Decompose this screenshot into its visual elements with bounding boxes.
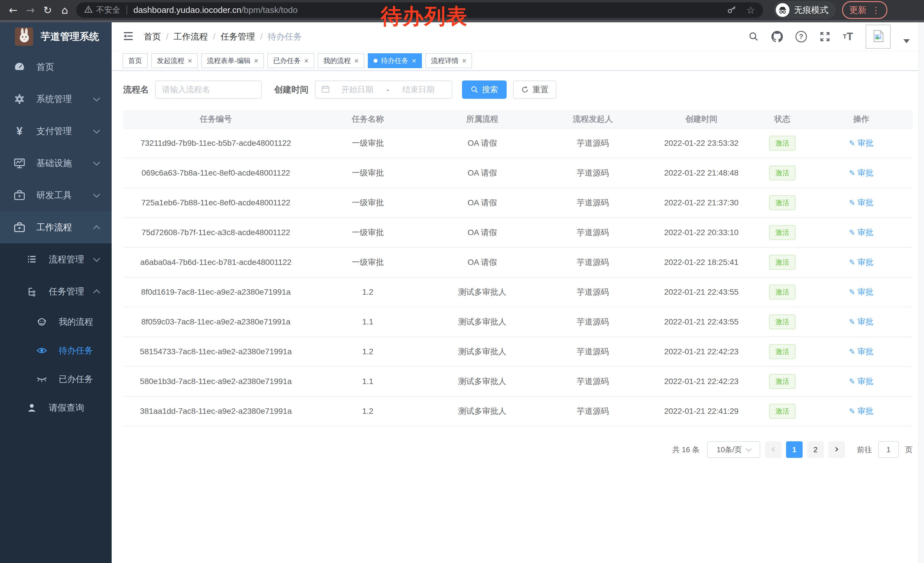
reload-icon[interactable]: ↻ xyxy=(39,4,56,16)
page-content: 流程名 创建时间 开始日期 - 结束日期 搜索 重置 xyxy=(112,71,924,563)
font-size-icon[interactable]: TT xyxy=(843,31,853,43)
approve-link[interactable]: ✎审批 xyxy=(849,317,874,327)
close-icon[interactable]: × xyxy=(254,56,258,65)
bookmark-star-icon[interactable]: ☆ xyxy=(747,4,755,16)
pagination: 共 16 条 10条/页 ‹ 1 2 › 前往 页 xyxy=(123,441,912,458)
approve-link[interactable]: ✎审批 xyxy=(849,138,874,149)
sidebar-item-done-tasks[interactable]: 已办任务 xyxy=(0,365,112,393)
sidebar-item-infra[interactable]: 基础设施 xyxy=(0,147,112,179)
search-button[interactable]: 搜索 xyxy=(462,81,507,99)
start-date-placeholder[interactable]: 开始日期 xyxy=(330,84,385,95)
col-actions: 操作 xyxy=(810,110,912,128)
tree-branch-icon xyxy=(25,286,38,297)
sidebar-item-my-process[interactable]: 我的流程 xyxy=(0,308,112,336)
sidebar-item-devtools[interactable]: 研发工具 xyxy=(0,179,112,211)
status-badge: 激活 xyxy=(769,255,795,270)
approve-link[interactable]: ✎审批 xyxy=(849,376,874,387)
table-row: 8f0d1619-7ac8-11ec-a9e2-a2380e71991a1.2测… xyxy=(123,277,912,307)
goto-label: 前往 xyxy=(857,445,872,455)
next-page-button[interactable]: › xyxy=(828,441,845,458)
goto-page-input[interactable] xyxy=(879,445,898,455)
col-status: 状态 xyxy=(754,110,810,128)
breadcrumb-task-mgmt[interactable]: 任务管理 xyxy=(221,31,255,43)
tab-start-process[interactable]: 发起流程× xyxy=(151,53,198,68)
approve-link[interactable]: ✎审批 xyxy=(849,257,874,268)
home-icon[interactable]: ⌂ xyxy=(56,4,73,16)
fullscreen-icon[interactable] xyxy=(819,31,830,42)
status-badge: 激活 xyxy=(769,285,795,300)
github-icon[interactable] xyxy=(771,31,783,42)
user-face-icon xyxy=(35,317,48,327)
prev-page-button[interactable]: ‹ xyxy=(765,441,782,458)
annotation-todo-list: 待办列表 xyxy=(381,2,468,31)
broken-image-icon xyxy=(872,30,885,44)
close-icon[interactable]: × xyxy=(354,56,358,65)
status-badge: 激活 xyxy=(769,225,795,240)
approve-link[interactable]: ✎审批 xyxy=(849,406,874,417)
tags-view-bar: 首页 发起流程× 流程表单-编辑× 已办任务× 我的流程× 待办任务× 流程详情… xyxy=(112,51,924,71)
browser-menu-dots-icon[interactable]: ⋮ xyxy=(872,5,880,15)
forward-icon[interactable]: → xyxy=(22,4,39,16)
process-name-label: 流程名 xyxy=(123,84,149,96)
breadcrumb-workflow[interactable]: 工作流程 xyxy=(174,31,208,43)
search-icon[interactable] xyxy=(748,32,759,42)
browser-update-button[interactable]: 更新 ⋮ xyxy=(842,1,887,19)
approve-link[interactable]: ✎审批 xyxy=(849,197,874,208)
key-icon[interactable] xyxy=(727,5,737,15)
sidebar-item-workflow[interactable]: 工作流程 xyxy=(0,211,112,243)
close-icon[interactable]: × xyxy=(412,56,416,65)
sidebar-item-payment[interactable]: ¥ 支付管理 xyxy=(0,115,112,147)
process-name-input[interactable] xyxy=(155,81,262,99)
sidebar-item-leave-query[interactable]: 请假查询 xyxy=(0,393,112,422)
chevron-down-icon xyxy=(93,159,100,165)
person-icon xyxy=(25,402,38,413)
page-2-button[interactable]: 2 xyxy=(807,441,824,458)
sidebar-toggle-icon[interactable] xyxy=(123,31,134,42)
close-icon[interactable]: × xyxy=(188,56,192,65)
avatar-caret-icon[interactable] xyxy=(903,39,910,43)
edit-icon: ✎ xyxy=(849,288,855,296)
page-1-button[interactable]: 1 xyxy=(786,441,802,458)
close-icon[interactable]: × xyxy=(304,56,308,65)
approve-link[interactable]: ✎审批 xyxy=(849,287,874,297)
approve-link[interactable]: ✎审批 xyxy=(849,168,874,179)
close-icon[interactable]: × xyxy=(462,56,466,65)
chevron-up-icon xyxy=(93,225,100,232)
table-row: 73211d9d-7b9b-11ec-b5b7-acde48001122一级审批… xyxy=(123,128,912,158)
sidebar-item-system[interactable]: 系统管理 xyxy=(0,83,112,115)
breadcrumb-home[interactable]: 首页 xyxy=(144,31,161,43)
status-badge: 激活 xyxy=(769,165,795,180)
monitor-icon xyxy=(13,157,26,169)
chevron-down-icon xyxy=(93,126,100,134)
tab-done-tasks[interactable]: 已办任务× xyxy=(267,53,314,68)
app-logo[interactable]: 芋道管理系统 xyxy=(0,23,112,51)
end-date-placeholder[interactable]: 结束日期 xyxy=(391,84,446,95)
sidebar-item-todo-tasks[interactable]: 待办任务 xyxy=(0,336,112,365)
incognito-icon xyxy=(776,3,789,17)
tab-todo-tasks[interactable]: 待办任务× xyxy=(368,53,422,68)
edit-icon: ✎ xyxy=(849,169,855,177)
avatar[interactable] xyxy=(866,25,891,49)
tab-process-detail[interactable]: 流程详情× xyxy=(425,53,472,68)
back-icon[interactable]: ← xyxy=(4,4,22,16)
approve-link[interactable]: ✎审批 xyxy=(849,346,874,357)
tab-form-edit[interactable]: 流程表单-编辑× xyxy=(201,53,264,68)
page-size-select[interactable]: 10条/页 xyxy=(707,441,760,458)
sidebar-item-home[interactable]: 首页 xyxy=(0,51,112,83)
toolbox-icon xyxy=(13,189,26,201)
sidebar-item-task-mgmt[interactable]: 任务管理 xyxy=(0,275,112,308)
help-icon[interactable]: ? xyxy=(795,31,807,42)
approve-link[interactable]: ✎审批 xyxy=(849,227,874,238)
security-label[interactable]: 不安全 xyxy=(96,5,120,15)
edit-icon: ✎ xyxy=(849,139,855,147)
reset-button[interactable]: 重置 xyxy=(513,81,556,99)
warning-icon xyxy=(84,5,93,15)
incognito-label: 无痕模式 xyxy=(794,4,828,16)
date-range-picker[interactable]: 开始日期 - 结束日期 xyxy=(315,81,452,99)
edit-icon: ✎ xyxy=(849,318,855,326)
yen-icon: ¥ xyxy=(13,125,26,137)
tab-home[interactable]: 首页 xyxy=(123,53,148,68)
tab-my-process[interactable]: 我的流程× xyxy=(318,53,364,68)
sidebar-item-process-mgmt[interactable]: 流程管理 xyxy=(0,243,112,275)
scrollbar-track[interactable] xyxy=(918,23,924,563)
